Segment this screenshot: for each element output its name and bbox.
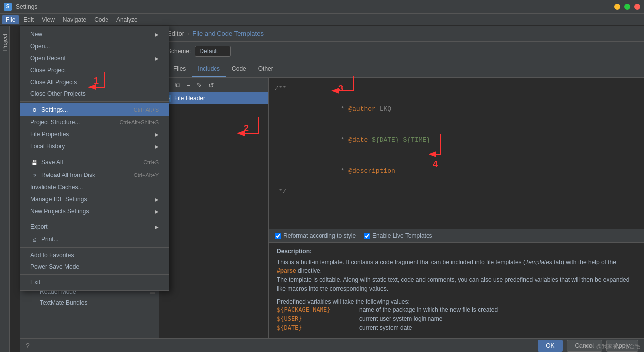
breadcrumb-separator: › — [187, 30, 189, 37]
local-history-arrow: ▶ — [155, 144, 159, 149]
title-text: Settings — [16, 3, 37, 10]
menu-item-settings[interactable]: ⚙ Settings... Ctrl+Alt+S — [20, 103, 169, 116]
maximize-button[interactable] — [624, 4, 630, 10]
template-list-panel: + ⧉ − ✎ ↺ FH File Header — [159, 78, 269, 338]
code-area[interactable]: /** * @author LKQ * @date ${DATE} ${TIME… — [269, 78, 644, 229]
menu-item-manage-ide[interactable]: Manage IDE Settings ▶ — [20, 193, 169, 205]
scheme-row: Scheme: Default — [159, 42, 644, 61]
separator-3 — [20, 219, 169, 219]
template-list: FH File Header — [159, 92, 268, 338]
predefined-label: Predefined variables will take the follo… — [277, 297, 636, 306]
invalidate-label: Invalidate Caches... — [30, 184, 83, 191]
project-structure-shortcut: Ctrl+Alt+Shift+S — [119, 119, 159, 125]
menu-item-export[interactable]: Export ▶ — [20, 221, 169, 233]
menu-item-local-history[interactable]: Local History ▶ — [20, 140, 169, 152]
code-editor: /** * @author LKQ * @date ${DATE} ${TIME… — [269, 78, 644, 338]
tab-code[interactable]: Code — [226, 61, 252, 77]
scheme-select-container: Default — [195, 46, 231, 57]
menu-item-project-structure[interactable]: Project Structure... Ctrl+Alt+Shift+S — [20, 116, 169, 128]
menu-item-add-favorites[interactable]: Add to Favorites — [20, 249, 169, 261]
menu-item-exit[interactable]: Exit — [20, 276, 169, 288]
exit-label: Exit — [30, 279, 40, 286]
menu-item-close-project[interactable]: Close Project — [20, 64, 169, 76]
menu-item-new[interactable]: New ▶ — [20, 28, 169, 40]
menu-file[interactable]: File — [2, 15, 19, 24]
live-templates-checkbox[interactable] — [364, 233, 370, 239]
var-row-user: ${USER} current user system login name — [277, 315, 636, 322]
menu-analyze[interactable]: Analyze — [112, 15, 142, 24]
code-var-time: ${TIME} — [403, 136, 430, 144]
var-row-date: ${DATE} current system date — [277, 324, 636, 331]
close-other-label: Close Other Projects — [30, 90, 86, 97]
menu-item-close-other[interactable]: Close Other Projects — [20, 88, 169, 100]
scheme-select[interactable]: Default — [195, 46, 231, 57]
project-sidebar: Project — [0, 26, 10, 352]
separator-1 — [20, 101, 169, 102]
live-templates-label: Enable Live Templates — [372, 232, 432, 239]
menu-item-file-properties[interactable]: File Properties ▶ — [20, 128, 169, 140]
rename-template-button[interactable]: ✎ — [194, 80, 204, 90]
template-item-file-header[interactable]: FH File Header — [159, 92, 268, 104]
tree-item-textmate[interactable]: TextMate Bundles — [20, 297, 159, 308]
live-templates-checkbox-label[interactable]: Enable Live Templates — [364, 232, 432, 239]
local-history-label: Local History — [30, 143, 65, 150]
tab-other[interactable]: Other — [252, 61, 279, 77]
project-tab[interactable]: Project — [1, 30, 9, 55]
menu-item-new-projects[interactable]: New Projects Settings ▶ — [20, 205, 169, 217]
close-all-label: Close All Projects — [30, 79, 77, 86]
menu-code[interactable]: Code — [90, 15, 112, 24]
var-name-date: ${DATE} — [277, 324, 351, 331]
code-line-1: /** — [275, 84, 638, 94]
menu-edit[interactable]: Edit — [19, 15, 38, 24]
settings-shortcut: Ctrl+Alt+S — [134, 107, 159, 113]
menu-item-reload[interactable]: ↺ Reload All from Disk Ctrl+Alt+Y — [20, 169, 169, 181]
window-controls — [614, 4, 640, 10]
reload-icon: ↺ — [30, 171, 38, 179]
file-properties-arrow: ▶ — [155, 132, 159, 137]
template-area: + ⧉ − ✎ ↺ FH File Header — [159, 78, 644, 338]
menu-navigate[interactable]: Navigate — [59, 15, 90, 24]
close-button[interactable] — [634, 4, 640, 10]
menu-view[interactable]: View — [38, 15, 59, 24]
menu-item-open[interactable]: Open... — [20, 40, 169, 52]
menu-item-invalidate[interactable]: Invalidate Caches... — [20, 181, 169, 193]
menu-item-close-all[interactable]: Close All Projects — [20, 76, 169, 88]
watermark: CSDN @我家有只小金毛 — [579, 343, 640, 350]
separator-4 — [20, 247, 169, 248]
main-layout: Project New ▶ Open... Open Recent ▶ Clos… — [0, 26, 644, 352]
menu-item-power-save[interactable]: Power Save Mode — [20, 261, 169, 273]
print-label: Print... — [41, 236, 59, 243]
reset-template-button[interactable]: ↺ — [206, 80, 216, 90]
tab-includes[interactable]: Includes — [192, 61, 226, 77]
menu-item-save-all[interactable]: 💾 Save All Ctrl+S — [20, 156, 169, 169]
settings-label: Settings... — [41, 106, 68, 113]
open-label: Open... — [30, 43, 50, 50]
var-desc-date: current system date — [359, 324, 412, 331]
code-space — [368, 136, 372, 144]
menu-item-open-recent[interactable]: Open Recent ▶ — [20, 52, 169, 64]
menu-item-print[interactable]: 🖨 Print... — [20, 233, 169, 246]
new-projects-arrow: ▶ — [155, 209, 159, 214]
code-line-2: * @author LKQ — [275, 94, 638, 125]
reload-group: ↺ Reload All from Disk — [30, 171, 95, 179]
app-icon: S — [4, 3, 12, 11]
reformat-checkbox-label[interactable]: Reformat according to style — [275, 232, 356, 239]
breadcrumb-current: File and Code Templates — [192, 30, 264, 37]
help-button[interactable]: ? — [26, 342, 30, 350]
remove-template-button[interactable]: − — [184, 80, 192, 90]
settings-icon: ⚙ — [30, 106, 38, 114]
description-panel: Description: This is a built-in template… — [269, 243, 644, 338]
power-save-label: Power Save Mode — [30, 264, 79, 270]
title-bar: S Settings — [0, 0, 644, 14]
reformat-checkbox[interactable] — [275, 233, 281, 239]
minimize-button[interactable] — [614, 4, 620, 10]
code-annotation-desc: @description — [348, 167, 395, 175]
var-desc-user: current user system login name — [359, 315, 442, 322]
copy-template-button[interactable]: ⧉ — [173, 80, 182, 90]
scheme-label: Scheme: — [167, 48, 191, 55]
new-arrow: ▶ — [155, 32, 159, 37]
ok-button[interactable]: OK — [538, 340, 562, 352]
save-icon: 💾 — [30, 158, 38, 166]
add-favorites-label: Add to Favorites — [30, 252, 74, 259]
tab-files[interactable]: Files — [167, 61, 192, 77]
